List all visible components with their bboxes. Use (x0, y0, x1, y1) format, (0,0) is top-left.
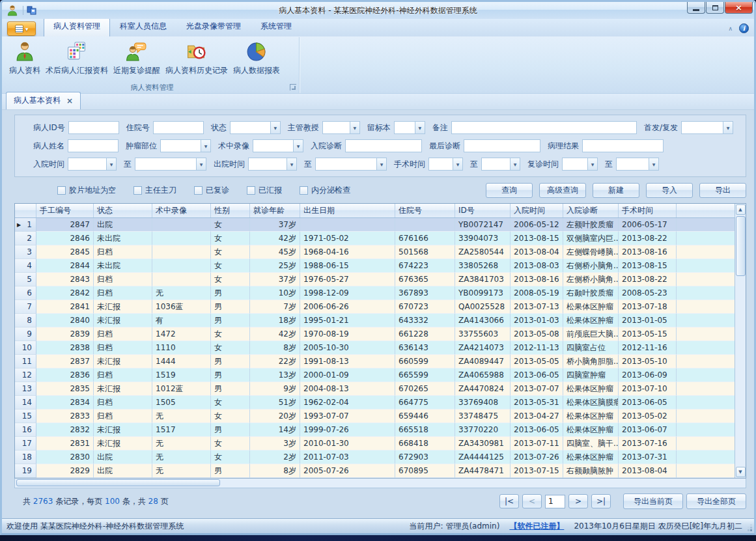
remarks-input[interactable] (451, 121, 637, 134)
column-header-0[interactable]: 手工编号 (36, 204, 94, 217)
table-row-2[interactable]: 22846未出院女42岁1971-05-02676166339040732013… (15, 232, 735, 245)
advanced-query-button[interactable]: 高级查询 (539, 183, 586, 198)
maximize-button[interactable] (706, 2, 724, 14)
ribbon-button-revisit-reminder[interactable]: 近期复诊提醒 (111, 39, 163, 77)
row-header-7[interactable]: 7 (15, 300, 36, 314)
column-header-7[interactable]: ID号 (455, 204, 511, 217)
column-header-8[interactable]: 入院时间 (511, 204, 563, 217)
admission-to-combo[interactable]: ▼ (135, 158, 206, 171)
row-header-9[interactable]: 9 (15, 327, 36, 341)
close-button[interactable]: × (725, 2, 753, 14)
ribbon-button-history-record[interactable]: 病人资料历史记录 (163, 39, 231, 77)
column-header-2[interactable]: 术中录像 (152, 204, 211, 217)
discharge-from-combo[interactable]: ▼ (248, 158, 297, 171)
table-row-3[interactable]: 32845归档女45岁1968-04-16501568ZA25805442013… (15, 245, 735, 259)
revisit-from-combo[interactable]: ▼ (562, 158, 598, 171)
dropdown-arrow-icon[interactable]: ▼ (649, 158, 658, 170)
query-button[interactable]: 查询 (486, 183, 533, 198)
ribbon-tab-0[interactable]: 病人资料管理 (44, 18, 110, 36)
specimen-kept-combo[interactable]: ▼ (394, 121, 425, 134)
row-header-4[interactable]: 4 (15, 259, 36, 273)
last-page-button[interactable]: >| (591, 494, 611, 508)
info-icon[interactable]: i (739, 23, 749, 33)
dropdown-arrow-icon[interactable]: ▼ (415, 122, 425, 133)
row-header-13[interactable]: 13 (15, 382, 36, 396)
column-header-6[interactable]: 住院号 (395, 204, 455, 217)
table-row-4[interactable]: 42844未出院女25岁1988-06-15674223338052682013… (15, 259, 735, 273)
ribbon-button-data-report[interactable]: 病人数据报表 (231, 39, 283, 77)
export-button[interactable]: 导出 (699, 183, 746, 198)
table-row-17[interactable]: 172831未汇报无女3岁2010-01-30668418ZA343098120… (15, 437, 735, 451)
row-header-12[interactable]: 12 (15, 368, 36, 382)
film-address-empty-checkbox-box[interactable] (57, 186, 66, 195)
tumor-site-combo[interactable]: ▼ (160, 139, 211, 152)
checkbox-director-surgeon[interactable]: 主任主刀 (133, 185, 176, 196)
ribbon-button-patient-info[interactable]: 病人资料 (7, 39, 43, 77)
prev-page-button[interactable]: < (522, 494, 542, 508)
horizontal-scroll-thumb[interactable] (16, 479, 220, 486)
checkbox-film-address-empty[interactable]: 胶片地址为空 (57, 185, 116, 196)
dropdown-arrow-icon[interactable]: ▼ (293, 140, 303, 152)
ribbon-tab-3[interactable]: 系统管理 (251, 18, 301, 36)
discharge-to-combo[interactable]: ▼ (315, 158, 387, 171)
first-recurrence-combo[interactable]: ▼ (681, 121, 733, 134)
export-all-pages-button[interactable]: 导出全部页 (686, 493, 746, 509)
column-header-4[interactable]: 就诊年龄 (250, 204, 300, 217)
dropdown-arrow-icon[interactable]: ▼ (287, 158, 296, 170)
ribbon-button-postop-report[interactable]: 术后病人汇报资料 (43, 39, 111, 77)
dropdown-arrow-icon[interactable]: ▼ (201, 140, 210, 152)
patient-id-input[interactable] (68, 121, 119, 134)
row-header-18[interactable]: 18 (15, 451, 36, 464)
page-input[interactable] (545, 495, 565, 508)
dialog-launcher-icon[interactable] (290, 84, 296, 90)
table-row-7[interactable]: 72841未汇报1036蓝男7岁2006-06-26670723QA002552… (15, 300, 735, 314)
row-header-3[interactable]: 3 (15, 245, 36, 259)
vertical-scroll-thumb[interactable] (736, 216, 746, 276)
vertical-scrollbar[interactable]: ▲ ▼ (735, 204, 746, 478)
export-current-page-button[interactable]: 导出当前页 (623, 493, 683, 509)
checkbox-endocrine-exam[interactable]: 内分泌检查 (300, 185, 350, 196)
column-header-10[interactable]: 手术时间 (619, 204, 677, 217)
row-header-10[interactable]: 10 (15, 341, 36, 355)
pathology-result-input[interactable] (582, 139, 664, 152)
patient-name-input[interactable] (68, 139, 119, 152)
table-row-5[interactable]: 52843归档女37岁1976-05-27676365ZA38417032013… (15, 273, 735, 286)
status-combo[interactable]: ▼ (230, 121, 281, 134)
scroll-down-icon[interactable]: ▼ (736, 467, 746, 477)
table-row-19[interactable]: 192829出院无男8岁2005-07-26670895ZA4478471201… (15, 464, 735, 478)
dropdown-arrow-icon[interactable]: ▼ (270, 122, 280, 133)
dropdown-arrow-icon[interactable]: ▼ (723, 122, 733, 133)
table-row-16[interactable]: 162832未汇报1517男14岁1999-07-266655183377022… (15, 423, 735, 437)
row-header-14[interactable]: 14 (15, 396, 36, 409)
admission-no-input[interactable] (153, 121, 204, 134)
scroll-up-icon[interactable]: ▲ (736, 204, 746, 215)
table-row-8[interactable]: 82840未汇报有男18岁1995-01-21643332ZA414306620… (15, 314, 735, 327)
table-row-18[interactable]: 182830出院无女2岁2011-07-03672903ZA4444125201… (15, 451, 735, 464)
revisited-checkbox-box[interactable] (194, 186, 203, 195)
table-row-14[interactable]: 142834归档1505女51岁1962-02-0466477533769408… (15, 396, 735, 409)
resize-grip[interactable] (750, 529, 752, 531)
row-header-19[interactable]: 19 (15, 464, 36, 478)
dropdown-arrow-icon[interactable]: ▼ (350, 122, 359, 133)
table-row-13[interactable]: 132835未汇报1012蓝男9岁2004-08-13670265ZA44708… (15, 382, 735, 396)
row-header-11[interactable]: 11 (15, 355, 36, 368)
windows-layout-icon[interactable] (27, 5, 37, 16)
checkbox-reported[interactable]: 已汇报 (247, 185, 282, 196)
admission-diagnosis-input[interactable] (345, 139, 422, 152)
collapse-ribbon-icon[interactable]: ∧ (728, 25, 733, 32)
next-page-button[interactable]: > (568, 494, 588, 508)
table-row-12[interactable]: 122836归档1519男13岁2000-01-09665599ZA406598… (15, 368, 735, 382)
ribbon-tab-2[interactable]: 光盘录像带管理 (176, 18, 251, 36)
dropdown-arrow-icon[interactable]: ▼ (453, 158, 462, 170)
row-header-6[interactable]: 6 (15, 286, 36, 300)
row-header-8[interactable]: 8 (15, 314, 36, 327)
row-header-17[interactable]: 17 (15, 437, 36, 451)
table-row-10[interactable]: 102838归档1110女8岁2005-10-30636143ZA4214073… (15, 341, 735, 355)
table-row-15[interactable]: 152833归档无女20岁1993-07-0765944633748475201… (15, 409, 735, 423)
import-button[interactable]: 导入 (646, 183, 693, 198)
application-menu-button[interactable]: ▼ (7, 21, 36, 36)
endocrine-exam-checkbox-box[interactable] (300, 186, 308, 195)
document-tab-patient-basic-data[interactable]: 病人基本资料 × (6, 92, 81, 109)
table-row-9[interactable]: 92839归档1472女42岁1970-08-19661228337556032… (15, 327, 735, 341)
dropdown-arrow-icon[interactable]: ▼ (510, 158, 520, 170)
